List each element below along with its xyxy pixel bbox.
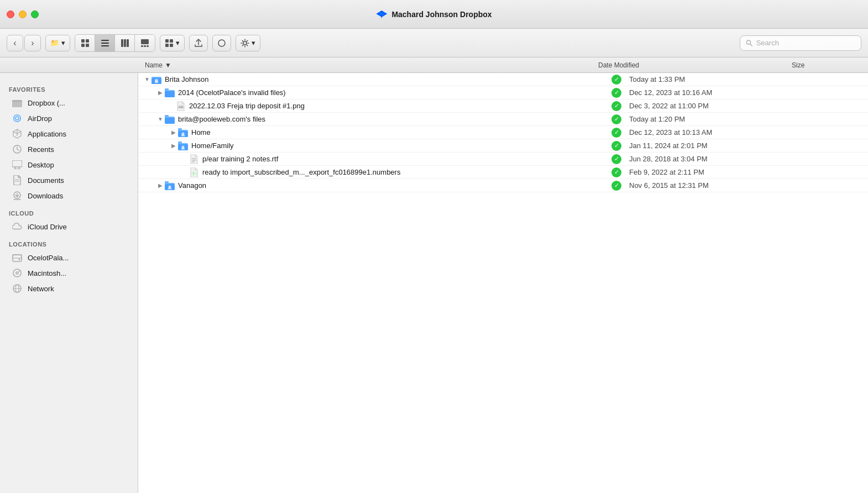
file-name: ready to import_subscribed_m..._export_f… (202, 168, 608, 176)
arrange-button[interactable]: ▾ (160, 35, 185, 51)
folder-icon (165, 114, 175, 124)
dropbox-icon (376, 9, 387, 20)
settings-button[interactable]: ▾ (236, 35, 260, 51)
file-status: ✓ (608, 114, 625, 124)
sidebar-documents-label: Documents (28, 176, 64, 185)
file-row-indent: ▶ p/ear training 2 notes.rtf (138, 154, 608, 164)
table-row[interactable]: ▼ Brita Johnson ✓ Today at 1:33 PM (138, 73, 868, 86)
column-view-button[interactable] (115, 35, 135, 51)
minimize-button[interactable] (19, 11, 27, 18)
sidebar-item-applications[interactable]: Applications (3, 126, 134, 141)
sidebar-item-icloud-drive[interactable]: iCloud Drive (3, 219, 134, 234)
file-date: Today at 1:20 PM (625, 115, 813, 123)
disclosure-button[interactable]: ▶ (169, 141, 178, 150)
documents-icon (12, 175, 22, 185)
path-button[interactable]: 📁 ▾ (45, 35, 70, 51)
sidebar-ocelot-label: OcelotPala... (28, 254, 69, 262)
table-row[interactable]: ▶ ready to import_subscribed_m..._export… (138, 166, 868, 179)
table-row[interactable]: ▼ brita@pooleweb.com's files ✓ Today at … (138, 113, 868, 126)
file-list[interactable]: ▼ Brita Johnson ✓ Today at 1:33 PM (138, 73, 868, 493)
sidebar-item-desktop[interactable]: Desktop (3, 157, 134, 172)
search-bar[interactable] (740, 35, 861, 51)
table-row[interactable]: ▶ 2014 (OcelotPalace's invalid files) ✓ … (138, 86, 868, 99)
sidebar-item-network[interactable]: Network (3, 281, 134, 296)
disclosure-button[interactable]: ▼ (143, 75, 151, 84)
icon-view-button[interactable] (75, 35, 95, 51)
gallery-icon (140, 39, 149, 48)
disclosure-button[interactable]: ▶ (169, 128, 178, 137)
table-row[interactable]: ▶ 2022.12.03 Freja trip deposit #1.png ✓… (138, 99, 868, 113)
size-column-header[interactable]: Size (787, 61, 868, 69)
file-status: ✓ (608, 154, 625, 164)
name-column-header[interactable]: Name ▼ (140, 61, 594, 69)
file-status: ✓ (608, 181, 625, 191)
sync-status-icon: ✓ (611, 141, 621, 151)
file-status: ✓ (608, 141, 625, 151)
sidebar-item-macintosh[interactable]: Macintosh... (3, 265, 134, 281)
sidebar-item-downloads[interactable]: Downloads (3, 188, 134, 203)
svg-point-19 (243, 41, 247, 45)
file-name: brita@pooleweb.com's files (178, 115, 608, 123)
svg-rect-11 (141, 45, 143, 47)
file-date: Dec 12, 2023 at 10:16 AM (625, 88, 813, 97)
close-button[interactable] (7, 11, 14, 18)
date-column-header[interactable]: Date Modified (594, 61, 787, 69)
nav-buttons: ‹ › (7, 35, 41, 51)
disclosure-button[interactable]: ▶ (156, 88, 165, 97)
file-name: Vanagon (178, 181, 608, 190)
grid-icon (81, 39, 90, 48)
svg-rect-0 (81, 39, 85, 43)
maximize-button[interactable] (31, 11, 39, 18)
svg-rect-13 (147, 45, 149, 47)
svg-rect-59 (178, 141, 182, 144)
table-row[interactable]: ▶ Vanagon ✓ Nov 6, 2015 at 12:31 PM (138, 179, 868, 192)
sidebar-airdrop-label: AirDrop (28, 114, 52, 123)
table-row[interactable]: ▶ Home ✓ Dec 12, 2023 at 10:13 AM (138, 126, 868, 139)
disclosure-button[interactable]: ▼ (156, 115, 165, 124)
share-button[interactable] (189, 35, 208, 51)
svg-rect-55 (178, 128, 182, 131)
path-icon: 📁 (50, 39, 59, 47)
file-date: Nov 6, 2015 at 12:31 PM (625, 181, 813, 190)
sidebar-item-ocelot[interactable]: OcelotPala... (3, 250, 134, 265)
list-icon (101, 39, 109, 48)
forward-button[interactable]: › (24, 35, 41, 51)
table-row[interactable]: ▶ Home/Family ✓ Jan 11, 2024 at 2:01 PM (138, 139, 868, 153)
file-date: Jan 11, 2024 at 2:01 PM (625, 141, 813, 150)
desktop-icon (12, 160, 22, 170)
file-name: Home (191, 128, 608, 137)
sidebar-icloud-drive-label: iCloud Drive (28, 223, 67, 231)
file-date: Today at 1:33 PM (625, 75, 813, 83)
network-icon (12, 284, 22, 293)
search-input[interactable] (756, 39, 855, 47)
svg-rect-1 (86, 39, 89, 43)
file-status: ✓ (608, 75, 625, 85)
sync-status-icon: ✓ (611, 88, 621, 98)
sort-indicator: ▼ (165, 61, 171, 69)
svg-rect-4 (101, 40, 109, 41)
shared-folder-icon (151, 75, 161, 85)
sidebar-item-airdrop[interactable]: AirDrop (3, 111, 134, 126)
file-date: Feb 9, 2022 at 2:11 PM (625, 168, 813, 176)
file-status: ✓ (608, 128, 625, 138)
sidebar: Favorites Dropbox (... (0, 73, 138, 493)
svg-rect-51 (165, 118, 175, 124)
gallery-view-button[interactable] (135, 35, 155, 51)
sidebar-item-recents[interactable]: Recents (3, 141, 134, 157)
recents-icon (12, 144, 22, 154)
sync-status-icon: ✓ (611, 154, 621, 164)
sidebar-item-documents[interactable]: Documents (3, 172, 134, 188)
file-status: ✓ (608, 88, 625, 98)
arrange-chevron-icon: ▾ (176, 39, 180, 47)
list-view-button[interactable] (95, 35, 115, 51)
traffic-lights (7, 11, 39, 18)
tag-button[interactable] (212, 35, 231, 51)
sidebar-item-dropbox[interactable]: Dropbox (... (3, 95, 134, 111)
file-row-indent: ▼ Brita Johnson (138, 75, 608, 85)
table-row[interactable]: ▶ p/ear training 2 notes.rtf ✓ Jun 28, 2… (138, 153, 868, 166)
back-button[interactable]: ‹ (7, 35, 23, 51)
disclosure-button[interactable]: ▶ (156, 181, 165, 190)
shared-folder-icon (178, 141, 188, 151)
sidebar-downloads-label: Downloads (28, 192, 63, 200)
arrange-icon (165, 39, 174, 48)
